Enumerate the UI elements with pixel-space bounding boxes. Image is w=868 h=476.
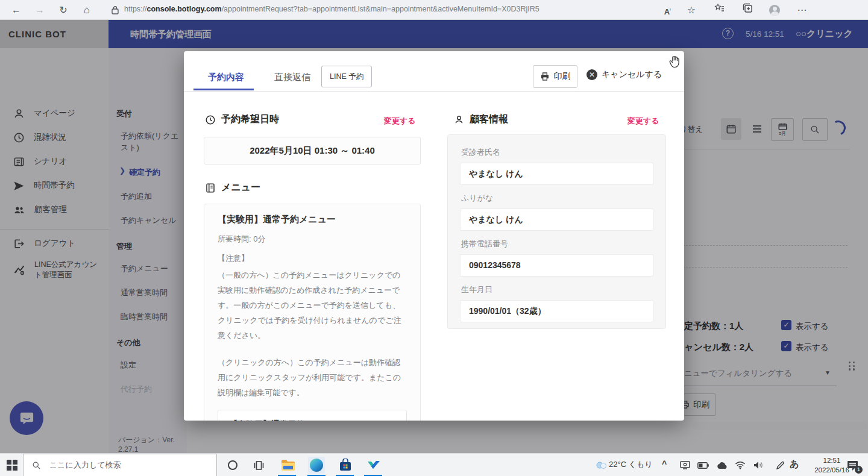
search-icon	[32, 461, 41, 470]
tab-groups-icon[interactable]	[740, 2, 755, 18]
back-icon[interactable]: ←	[8, 2, 24, 18]
tray-expand-icon[interactable]: ^	[662, 459, 667, 469]
menu-duration: 所要時間: 0分	[218, 234, 407, 245]
menu-note-title: 【注意】	[218, 253, 407, 264]
profile-avatar[interactable]	[767, 2, 782, 18]
menu-item-title: 【実験用】通常予約メニュー	[218, 214, 407, 225]
active-tab-underline	[193, 89, 254, 90]
printer-icon	[540, 72, 550, 81]
refresh-icon[interactable]: ↻	[55, 2, 71, 18]
modal-cancel-button[interactable]: ✕ キャンセルする	[587, 69, 662, 80]
line-reservation-badge: LINE 予約	[321, 66, 372, 87]
screen: ← → ↻ ⌂ https://console.botlogy.com/appo…	[0, 0, 868, 476]
app-v-icon[interactable]	[365, 457, 382, 474]
change-customer-link[interactable]: 変更する	[627, 116, 659, 127]
ime-indicator[interactable]: あ	[790, 459, 799, 470]
onedrive-icon[interactable]	[714, 457, 731, 474]
pen-icon[interactable]	[772, 457, 788, 474]
furigana-field: やまなし けん	[460, 208, 653, 231]
task-view-icon[interactable]	[250, 457, 267, 474]
forward-icon[interactable]: →	[32, 2, 48, 18]
cancel-x-icon: ✕	[587, 69, 597, 80]
read-aloud-icon[interactable]: Aᵎ	[659, 2, 675, 18]
home-icon[interactable]: ⌂	[79, 2, 95, 18]
weather-icon[interactable]	[593, 457, 610, 474]
birthdate-field: 1990/01/01（32歳）	[460, 300, 653, 322]
patient-name-field: やまなし けん	[460, 163, 653, 185]
start-button[interactable]	[4, 457, 20, 474]
menu-note-clinic: （クリニックの方へ）この予約メニューは動作確認用にクリニックスタッフが利用可能で…	[218, 355, 407, 400]
tab-direct-reply[interactable]: 直接返信	[274, 72, 310, 83]
battery-icon[interactable]	[694, 457, 711, 474]
address-bar[interactable]: https://console.botlogy.com/appointmentR…	[124, 5, 539, 13]
cortana-icon[interactable]	[224, 457, 241, 474]
reservation-datetime-value: 2022年5月10日 01:30 ～ 01:40	[204, 137, 421, 164]
menu-note-general: （一般の方へ）この予約メニューはクリニックでの実験用に動作確認のため作成された予…	[218, 268, 407, 343]
wifi-icon[interactable]	[732, 457, 749, 474]
menu-section-heading: メニュー	[205, 181, 260, 194]
notification-badge: 1	[855, 466, 863, 474]
volume-icon[interactable]	[750, 457, 767, 474]
menu-book-icon	[205, 183, 216, 193]
field-label: 受診者氏名	[461, 147, 653, 158]
modal-header-divider	[184, 91, 684, 92]
edge-icon[interactable]	[308, 457, 325, 474]
collections-icon[interactable]	[711, 2, 727, 18]
weather-label[interactable]: 22°C くもり	[609, 459, 653, 470]
more-icon[interactable]: ⋯	[794, 2, 810, 18]
appointment-detail-modal: 予約内容 直接返信 LINE 予約 印刷 ✕ キャンセルする 予約希望日時 変更…	[184, 51, 684, 421]
clock-icon	[205, 114, 216, 125]
modal-print-button[interactable]: 印刷	[533, 65, 577, 88]
field-label: 生年月日	[461, 284, 653, 295]
phone-field: 09012345678	[460, 254, 653, 277]
store-icon[interactable]	[337, 457, 354, 474]
customer-section-heading: 顧客情報	[454, 113, 508, 126]
nested-menu-item: 【実験用】通常予約メニュー	[218, 410, 407, 421]
tab-reservation-content[interactable]: 予約内容	[208, 72, 244, 83]
file-explorer-icon[interactable]	[280, 457, 297, 474]
field-label: ふりがな	[461, 193, 653, 204]
lock-icon[interactable]	[112, 5, 119, 17]
taskbar-search-input[interactable]: ここに入力して検索	[23, 454, 217, 476]
change-datetime-link[interactable]: 変更する	[384, 116, 416, 127]
hand-cursor	[668, 54, 681, 69]
taskbar: ここに入力して検索 22°C くもり ^	[0, 453, 868, 476]
menu-detail-card: 【実験用】通常予約メニュー 所要時間: 0分 【注意】 （一般の方へ）この予約メ…	[204, 204, 421, 421]
person-icon	[454, 114, 464, 125]
field-label: 携帯電話番号	[461, 239, 653, 249]
customer-info-card: 受診者氏名 やまなし けん ふりがな やまなし けん 携帯電話番号 090123…	[447, 134, 666, 329]
favorites-icon[interactable]: ☆	[684, 2, 699, 18]
browser-toolbar: ← → ↻ ⌂ https://console.botlogy.com/appo…	[0, 0, 868, 20]
cast-icon[interactable]	[676, 457, 693, 474]
datetime-section-heading: 予約希望日時	[205, 113, 279, 126]
